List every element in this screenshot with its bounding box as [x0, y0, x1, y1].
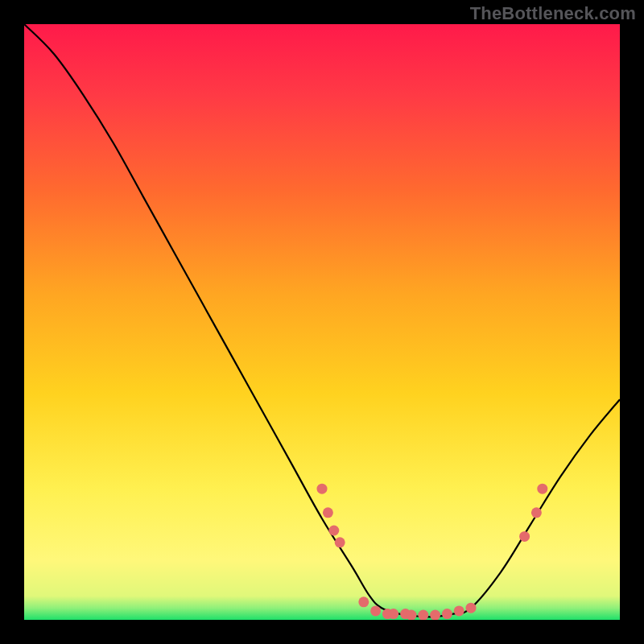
svg-rect-0 — [24, 24, 620, 620]
plot-area — [24, 24, 620, 620]
watermark-text: TheBottleneck.com — [470, 3, 636, 24]
gradient-background — [24, 24, 620, 620]
